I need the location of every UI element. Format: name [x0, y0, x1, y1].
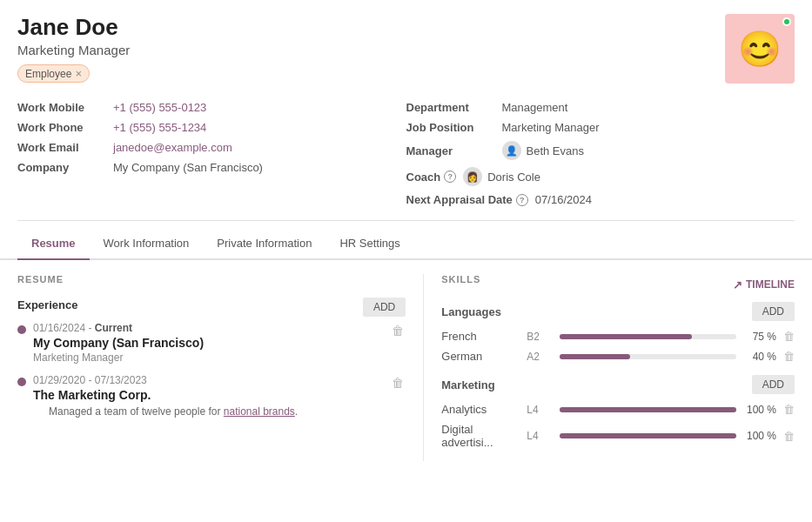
delete-exp-1[interactable]: 🗑 [390, 322, 406, 339]
company-value[interactable]: My Company (San Francisco) [113, 161, 263, 174]
appraisal-date-value: 07/16/2024 [535, 193, 592, 206]
skill-digital-percent: 100 % [743, 430, 776, 442]
exp-date-2: 01/29/2020 - 07/13/2023 [33, 374, 298, 386]
coach-avatar: 👩 [463, 167, 482, 186]
add-marketing-button[interactable]: ADD [752, 375, 795, 394]
languages-header: Languages ADD [441, 302, 795, 321]
delete-exp-2[interactable]: 🗑 [390, 374, 406, 392]
skill-digital-name: Digital advertisi... [441, 423, 520, 449]
skill-french: French B2 75 % 🗑 [441, 326, 795, 346]
experience-block: Experience ADD 01/16/2024 - Current My C… [17, 295, 406, 418]
skill-french-percent: 75 % [743, 331, 776, 343]
delete-analytics[interactable]: 🗑 [783, 403, 795, 416]
skill-french-name: French [441, 330, 520, 343]
info-right: Department Management Job Position Marke… [406, 97, 795, 210]
delete-french[interactable]: 🗑 [783, 330, 795, 343]
skill-analytics-percent: 100 % [743, 404, 776, 416]
exp-desc-2: Managed a team of twelve people for nati… [49, 405, 298, 418]
coach-name: Doris Cole [487, 171, 540, 184]
avatar[interactable]: 😊 [725, 14, 795, 84]
exp-entry-2-details: 01/29/2020 - 07/13/2023 The Marketing Co… [33, 374, 298, 418]
coach-tooltip-icon[interactable]: ? [444, 171, 456, 183]
skill-german-bar-container [560, 354, 736, 359]
skill-digital-bar [560, 433, 736, 438]
manager-label: Manager [406, 144, 502, 157]
skill-analytics-level: L4 [527, 404, 553, 416]
exp-dot-2 [17, 378, 26, 386]
add-experience-button[interactable]: ADD [363, 298, 406, 317]
skill-german-percent: 40 % [743, 351, 776, 363]
skills-section: SKILLS ↗ TIMELINE Languages ADD French B… [423, 274, 795, 461]
skill-french-bar-container [560, 334, 736, 339]
remove-employee-tag[interactable]: × [75, 67, 82, 80]
marketing-title: Marketing [441, 378, 494, 392]
skill-analytics-name: Analytics [441, 403, 520, 416]
exp-date-1: 01/16/2024 - Current [33, 322, 204, 334]
manager-name: Beth Evans [527, 144, 585, 157]
tab-hr-settings[interactable]: HR Settings [325, 228, 413, 260]
experience-title: Experience [17, 298, 77, 311]
job-position-label: Job Position [406, 121, 502, 134]
department-label: Department [406, 101, 502, 114]
delete-german[interactable]: 🗑 [783, 350, 795, 363]
tab-resume[interactable]: Resume [17, 228, 90, 260]
add-languages-button[interactable]: ADD [752, 302, 795, 321]
skill-analytics-bar-container [560, 407, 736, 412]
company-row: Company My Company (San Francisco) [17, 157, 406, 177]
work-mobile-row: Work Mobile +1 (555) 555-0123 [17, 97, 406, 117]
skills-section-title: SKILLS [441, 274, 480, 284]
skill-group-marketing: Marketing ADD Analytics L4 100 % 🗑 Digit… [441, 375, 795, 452]
manager-avatar: 👤 [502, 141, 521, 160]
department-value: Management [502, 101, 568, 114]
exp-entry-2-left: 01/29/2020 - 07/13/2023 The Marketing Co… [17, 374, 298, 418]
skill-german: German A2 40 % 🗑 [441, 346, 795, 366]
main-content: RESUME Experience ADD 01/16/2024 - Curre… [0, 260, 812, 475]
online-indicator [782, 17, 791, 26]
info-left: Work Mobile +1 (555) 555-0123 Work Phone… [17, 97, 406, 210]
timeline-label: TIMELINE [746, 278, 795, 291]
tab-work-information[interactable]: Work Information [90, 228, 204, 260]
timeline-icon: ↗ [733, 278, 742, 291]
job-position-value: Marketing Manager [502, 121, 600, 134]
work-mobile-label: Work Mobile [17, 101, 113, 114]
skill-german-bar [560, 354, 630, 359]
work-phone-value[interactable]: +1 (555) 555-1234 [113, 121, 206, 134]
work-mobile-value[interactable]: +1 (555) 555-0123 [113, 101, 206, 114]
skill-french-bar [560, 334, 692, 339]
employee-header: Jane Doe Marketing Manager Employee × 😊 [0, 0, 812, 90]
coach-label: Coach ? [406, 171, 457, 184]
tabs: Resume Work Information Private Informat… [0, 228, 812, 260]
tab-private-information[interactable]: Private Information [203, 228, 325, 260]
manager-value[interactable]: 👤 Beth Evans [502, 141, 585, 160]
skill-group-languages: Languages ADD French B2 75 % 🗑 German A2… [441, 302, 795, 366]
header-left: Jane Doe Marketing Manager Employee × [17, 14, 725, 83]
appraisal-date-label: Next Appraisal Date ? [406, 193, 528, 206]
company-label: Company [17, 161, 113, 174]
skill-german-name: German [441, 350, 520, 363]
job-position-row: Job Position Marketing Manager [406, 117, 795, 137]
resume-section: RESUME Experience ADD 01/16/2024 - Curre… [17, 274, 406, 461]
work-email-row: Work Email janedoe@example.com [17, 137, 406, 157]
skill-german-level: A2 [527, 351, 553, 363]
coach-value[interactable]: 👩 Doris Cole [463, 167, 540, 186]
exp-entry-2: 01/29/2020 - 07/13/2023 The Marketing Co… [17, 374, 406, 418]
timeline-link[interactable]: ↗ TIMELINE [733, 278, 795, 291]
exp-entry-1: 01/16/2024 - Current My Company (San Fra… [17, 322, 406, 364]
manager-row: Manager 👤 Beth Evans [406, 137, 795, 164]
work-email-label: Work Email [17, 141, 113, 154]
appraisal-tooltip-icon[interactable]: ? [516, 194, 528, 206]
department-row: Department Management [406, 97, 795, 117]
work-phone-row: Work Phone +1 (555) 555-1234 [17, 117, 406, 137]
employee-tag[interactable]: Employee × [17, 64, 90, 83]
skill-digital-bar-container [560, 433, 736, 438]
employee-name: Jane Doe [17, 14, 725, 41]
delete-digital[interactable]: 🗑 [783, 430, 795, 443]
divider [17, 220, 795, 221]
skill-analytics-bar [560, 407, 736, 412]
skill-french-level: B2 [527, 331, 553, 343]
resume-section-title: RESUME [17, 274, 406, 284]
exp-link[interactable]: national brands [224, 405, 295, 418]
avatar-emoji: 😊 [738, 29, 782, 70]
work-email-value[interactable]: janedoe@example.com [113, 141, 232, 154]
skill-digital-level: L4 [527, 430, 553, 442]
